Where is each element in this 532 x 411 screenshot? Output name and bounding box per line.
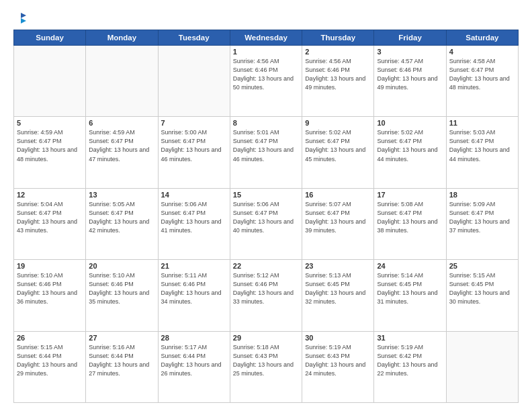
day-number: 1 — [233, 48, 299, 56]
day-info: Sunrise: 4:56 AM Sunset: 6:46 PM Dayligh… — [305, 57, 371, 92]
calendar-table: SundayMondayTuesdayWednesdayThursdayFrid… — [13, 30, 519, 403]
day-info: Sunrise: 4:56 AM Sunset: 6:46 PM Dayligh… — [233, 57, 299, 92]
day-number: 22 — [233, 262, 299, 270]
day-info: Sunrise: 5:14 AM Sunset: 6:45 PM Dayligh… — [377, 271, 443, 306]
calendar-cell: 27Sunrise: 5:16 AM Sunset: 6:44 PM Dayli… — [86, 331, 158, 402]
day-number: 12 — [17, 191, 83, 199]
calendar-cell: 28Sunrise: 5:17 AM Sunset: 6:44 PM Dayli… — [158, 331, 230, 402]
day-number: 15 — [233, 191, 299, 199]
calendar-week-row: 5Sunrise: 4:59 AM Sunset: 6:47 PM Daylig… — [14, 117, 519, 188]
day-info: Sunrise: 5:19 AM Sunset: 6:43 PM Dayligh… — [305, 343, 371, 378]
day-number: 13 — [89, 191, 154, 199]
calendar-cell: 10Sunrise: 5:02 AM Sunset: 6:47 PM Dayli… — [374, 117, 446, 188]
day-number: 23 — [305, 262, 371, 270]
day-info: Sunrise: 5:03 AM Sunset: 6:47 PM Dayligh… — [449, 128, 515, 163]
day-info: Sunrise: 5:10 AM Sunset: 6:46 PM Dayligh… — [89, 271, 154, 306]
day-number: 25 — [449, 262, 515, 270]
calendar-cell: 16Sunrise: 5:07 AM Sunset: 6:47 PM Dayli… — [302, 188, 374, 259]
calendar-cell: 6Sunrise: 4:59 AM Sunset: 6:47 PM Daylig… — [86, 117, 158, 188]
calendar-cell: 11Sunrise: 5:03 AM Sunset: 6:47 PM Dayli… — [446, 117, 518, 188]
weekday-header-tuesday: Tuesday — [158, 30, 230, 46]
day-number: 21 — [161, 262, 227, 270]
day-number: 6 — [89, 119, 154, 127]
calendar-cell: 2Sunrise: 4:56 AM Sunset: 6:46 PM Daylig… — [302, 46, 374, 117]
weekday-header-friday: Friday — [374, 30, 446, 46]
day-number: 18 — [449, 191, 515, 199]
day-info: Sunrise: 5:06 AM Sunset: 6:47 PM Dayligh… — [233, 200, 299, 235]
day-info: Sunrise: 5:15 AM Sunset: 6:45 PM Dayligh… — [449, 271, 515, 306]
day-number: 2 — [305, 48, 371, 56]
calendar-cell — [14, 46, 86, 117]
calendar-cell: 7Sunrise: 5:00 AM Sunset: 6:47 PM Daylig… — [158, 117, 230, 188]
day-number: 26 — [17, 334, 83, 342]
day-info: Sunrise: 4:57 AM Sunset: 6:46 PM Dayligh… — [377, 57, 443, 92]
logo-flag-icon — [15, 12, 27, 24]
calendar-cell: 14Sunrise: 5:06 AM Sunset: 6:47 PM Dayli… — [158, 188, 230, 259]
calendar-cell: 24Sunrise: 5:14 AM Sunset: 6:45 PM Dayli… — [374, 260, 446, 331]
day-number: 27 — [89, 334, 154, 342]
calendar-cell: 5Sunrise: 4:59 AM Sunset: 6:47 PM Daylig… — [14, 117, 86, 188]
calendar-cell: 3Sunrise: 4:57 AM Sunset: 6:46 PM Daylig… — [374, 46, 446, 117]
day-info: Sunrise: 5:15 AM Sunset: 6:44 PM Dayligh… — [17, 343, 83, 378]
day-info: Sunrise: 5:04 AM Sunset: 6:47 PM Dayligh… — [17, 200, 83, 235]
day-info: Sunrise: 5:07 AM Sunset: 6:47 PM Dayligh… — [305, 200, 371, 235]
calendar-cell: 4Sunrise: 4:58 AM Sunset: 6:47 PM Daylig… — [446, 46, 518, 117]
calendar-cell: 19Sunrise: 5:10 AM Sunset: 6:46 PM Dayli… — [14, 260, 86, 331]
weekday-header-thursday: Thursday — [302, 30, 374, 46]
calendar-cell: 31Sunrise: 5:19 AM Sunset: 6:42 PM Dayli… — [374, 331, 446, 402]
day-info: Sunrise: 5:10 AM Sunset: 6:46 PM Dayligh… — [17, 271, 83, 306]
calendar-cell: 1Sunrise: 4:56 AM Sunset: 6:46 PM Daylig… — [230, 46, 302, 117]
day-info: Sunrise: 5:00 AM Sunset: 6:47 PM Dayligh… — [161, 128, 227, 163]
day-number: 7 — [161, 119, 227, 127]
day-info: Sunrise: 5:16 AM Sunset: 6:44 PM Dayligh… — [89, 343, 154, 378]
day-number: 8 — [233, 119, 299, 127]
day-number: 20 — [89, 262, 154, 270]
calendar-cell: 13Sunrise: 5:05 AM Sunset: 6:47 PM Dayli… — [86, 188, 158, 259]
day-number: 14 — [161, 191, 227, 199]
day-number: 30 — [305, 334, 371, 342]
calendar-cell: 22Sunrise: 5:12 AM Sunset: 6:46 PM Dayli… — [230, 260, 302, 331]
calendar-week-row: 19Sunrise: 5:10 AM Sunset: 6:46 PM Dayli… — [14, 260, 519, 331]
calendar-cell: 15Sunrise: 5:06 AM Sunset: 6:47 PM Dayli… — [230, 188, 302, 259]
day-info: Sunrise: 5:05 AM Sunset: 6:47 PM Dayligh… — [89, 200, 154, 235]
calendar-cell: 20Sunrise: 5:10 AM Sunset: 6:46 PM Dayli… — [86, 260, 158, 331]
day-number: 19 — [17, 262, 83, 270]
calendar-cell: 8Sunrise: 5:01 AM Sunset: 6:47 PM Daylig… — [230, 117, 302, 188]
day-info: Sunrise: 5:02 AM Sunset: 6:47 PM Dayligh… — [305, 128, 371, 163]
day-number: 11 — [449, 119, 515, 127]
calendar-cell: 18Sunrise: 5:09 AM Sunset: 6:47 PM Dayli… — [446, 188, 518, 259]
header — [13, 12, 519, 24]
calendar-cell: 12Sunrise: 5:04 AM Sunset: 6:47 PM Dayli… — [14, 188, 86, 259]
calendar-cell — [86, 46, 158, 117]
day-number: 16 — [305, 191, 371, 199]
day-number: 31 — [377, 334, 443, 342]
weekday-header-wednesday: Wednesday — [230, 30, 302, 46]
day-info: Sunrise: 5:17 AM Sunset: 6:44 PM Dayligh… — [161, 343, 227, 378]
day-number: 17 — [377, 191, 443, 199]
weekday-header-row: SundayMondayTuesdayWednesdayThursdayFrid… — [14, 30, 519, 46]
calendar-cell: 26Sunrise: 5:15 AM Sunset: 6:44 PM Dayli… — [14, 331, 86, 402]
calendar-week-row: 12Sunrise: 5:04 AM Sunset: 6:47 PM Dayli… — [14, 188, 519, 259]
calendar-cell: 23Sunrise: 5:13 AM Sunset: 6:45 PM Dayli… — [302, 260, 374, 331]
svg-marker-1 — [21, 18, 26, 24]
calendar-cell: 25Sunrise: 5:15 AM Sunset: 6:45 PM Dayli… — [446, 260, 518, 331]
day-info: Sunrise: 5:13 AM Sunset: 6:45 PM Dayligh… — [305, 271, 371, 306]
weekday-header-monday: Monday — [86, 30, 158, 46]
day-info: Sunrise: 5:12 AM Sunset: 6:46 PM Dayligh… — [233, 271, 299, 306]
calendar-cell — [158, 46, 230, 117]
day-info: Sunrise: 5:11 AM Sunset: 6:46 PM Dayligh… — [161, 271, 227, 306]
day-number: 4 — [449, 48, 515, 56]
day-info: Sunrise: 4:59 AM Sunset: 6:47 PM Dayligh… — [17, 128, 83, 163]
day-info: Sunrise: 5:09 AM Sunset: 6:47 PM Dayligh… — [449, 200, 515, 235]
day-info: Sunrise: 4:59 AM Sunset: 6:47 PM Dayligh… — [89, 128, 154, 163]
calendar-cell: 30Sunrise: 5:19 AM Sunset: 6:43 PM Dayli… — [302, 331, 374, 402]
calendar-cell — [446, 331, 518, 402]
calendar-cell: 9Sunrise: 5:02 AM Sunset: 6:47 PM Daylig… — [302, 117, 374, 188]
calendar-cell: 17Sunrise: 5:08 AM Sunset: 6:47 PM Dayli… — [374, 188, 446, 259]
day-info: Sunrise: 5:02 AM Sunset: 6:47 PM Dayligh… — [377, 128, 443, 163]
logo — [13, 12, 27, 24]
day-number: 10 — [377, 119, 443, 127]
day-number: 28 — [161, 334, 227, 342]
day-number: 24 — [377, 262, 443, 270]
day-number: 5 — [17, 119, 83, 127]
